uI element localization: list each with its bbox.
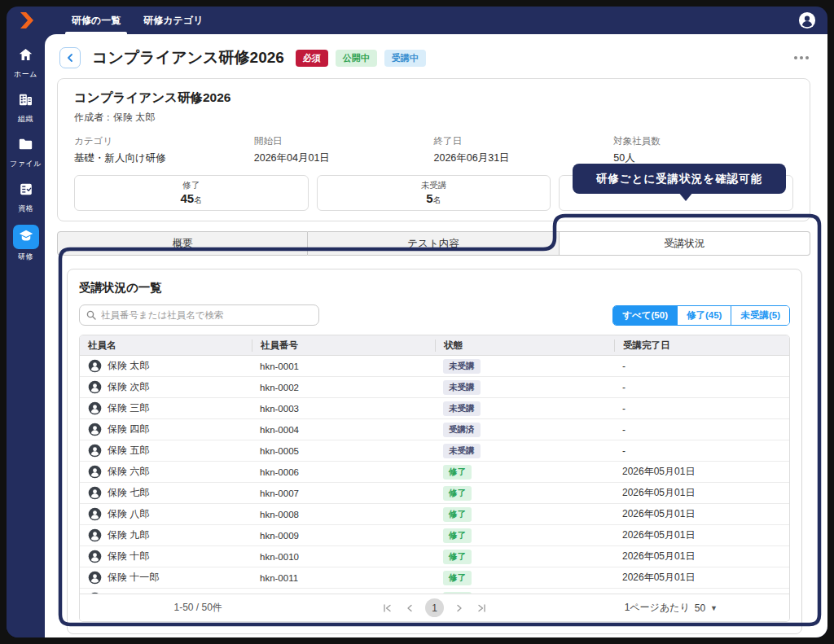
table-row[interactable]: 保険 四郎 hkn-0004 受講済 -	[80, 419, 789, 440]
completion-date: 2026年05月01日	[622, 507, 695, 521]
status-badge: 未受講	[443, 401, 481, 416]
table-header: 社員名 社員番号 状態 受講完了日	[80, 335, 789, 356]
employee-name: 保険 五郎	[108, 444, 149, 458]
filter-button[interactable]: 未受講(5)	[731, 306, 789, 325]
employee-avatar-icon	[88, 550, 102, 563]
published-badge: 公開中	[336, 50, 377, 67]
employee-avatar-icon	[88, 401, 102, 415]
completion-date: -	[622, 424, 626, 436]
employee-avatar-icon	[88, 507, 102, 521]
employee-avatar-icon	[88, 486, 102, 500]
topbar-tab[interactable]: 研修カテゴリ	[132, 7, 214, 34]
files-icon	[19, 138, 33, 153]
employee-name: 保険 八郎	[108, 507, 149, 521]
filter-button[interactable]: 修了(45)	[677, 306, 731, 325]
section-tab[interactable]: テスト内容	[308, 231, 559, 256]
table-row[interactable]: 保険 太郎 hkn-0001 未受講 -	[80, 356, 789, 377]
attendance-table: 社員名 社員番号 状態 受講完了日 保険 太郎 hkn-0001 未受講 - 保…	[79, 335, 790, 622]
search-box[interactable]	[79, 304, 319, 326]
status-badge: 修了	[443, 528, 472, 543]
first-page-icon[interactable]	[380, 601, 394, 616]
table-row[interactable]: 保険 三郎 hkn-0003 未受講 -	[80, 398, 789, 419]
status-badge: 未受講	[443, 380, 481, 395]
info-field: 終了日 2026年06月31日	[434, 135, 614, 165]
current-page[interactable]: 1	[425, 598, 444, 617]
stat-box: 修了 45名	[74, 175, 309, 211]
table-row[interactable]: 保険 五郎 hkn-0005 未受講 -	[80, 440, 789, 462]
status-badge: 修了	[443, 507, 472, 522]
table-body: 保険 太郎 hkn-0001 未受講 - 保険 次郎 hkn-0002 未受講 …	[80, 356, 789, 594]
home-icon	[19, 48, 33, 64]
employee-avatar-icon	[88, 528, 102, 542]
sidebar-item-organization[interactable]: 組織	[7, 90, 45, 125]
topbar-tab[interactable]: 研修の一覧	[60, 7, 132, 34]
section-tab[interactable]: 概要	[57, 231, 308, 256]
status-badge: 未受講	[443, 359, 481, 374]
sidebar-item-home[interactable]: ホーム	[7, 46, 45, 80]
employee-id: hkn-0009	[260, 531, 299, 541]
employee-name: 保険 九郎	[108, 528, 149, 542]
employee-avatar-icon	[88, 359, 102, 373]
completion-date: -	[622, 445, 626, 457]
table-row[interactable]: 保険 十郎 hkn-0010 修了 2026年05月01日	[80, 546, 789, 567]
table-row[interactable]: 保険 次郎 hkn-0002 未受講 -	[80, 377, 789, 398]
sidebar-item-training[interactable]: 研修	[7, 225, 45, 262]
employee-avatar-icon	[88, 380, 102, 394]
organization-icon	[19, 94, 33, 109]
user-avatar-icon[interactable]	[798, 11, 816, 29]
header-status: 状態	[435, 340, 614, 352]
attendance-panel: 受講状況の一覧 すべて(50)修了(45)未受講(5) 社員名 社員番号	[67, 269, 802, 634]
page-title: コンプライアンス研修2026	[92, 47, 284, 68]
sidebar-item-qualification[interactable]: 資格	[7, 180, 45, 214]
table-row[interactable]: 保険 七郎 hkn-0007 修了 2026年05月01日	[80, 483, 789, 504]
status-badge: 修了	[443, 571, 472, 585]
employee-name: 保険 四郎	[108, 423, 149, 436]
annotation-tooltip-text: 研修ごとに受講状況を確認可能	[596, 172, 762, 186]
header-employee-name: 社員名	[80, 340, 252, 352]
employee-id: hkn-0006	[260, 467, 299, 477]
status-badge: 受講済	[443, 423, 481, 437]
inprogress-badge: 受講中	[384, 50, 426, 67]
completion-date: -	[622, 403, 626, 414]
screen: 研修の一覧研修カテゴリ ホーム 組織 ファイル 資格 研修	[0, 0, 834, 644]
more-menu-icon[interactable]	[792, 51, 810, 64]
search-input[interactable]	[101, 310, 312, 320]
table-row[interactable]: 保険 八郎 hkn-0008 修了 2026年05月01日	[80, 504, 789, 525]
status-badge: 修了	[443, 486, 472, 501]
employee-id: hkn-0008	[260, 510, 299, 519]
training-info-card: コンプライアンス研修2026 作成者：保険 太郎 カテゴリ 基礎・新人向け研修 …	[57, 78, 810, 221]
employee-name: 保険 三郎	[108, 401, 149, 415]
table-row[interactable]: 保険 九郎 hkn-0009 修了 2026年05月01日	[80, 525, 789, 546]
page-header: コンプライアンス研修2026 必須 公開中 受講中	[57, 44, 810, 72]
last-page-icon[interactable]	[475, 601, 489, 616]
section-tab[interactable]: 受講状況	[560, 231, 810, 256]
filter-button[interactable]: すべて(50)	[613, 306, 677, 325]
table-row[interactable]: 保険 十一郎 hkn-0011 修了 2026年05月01日	[80, 567, 789, 589]
next-page-icon[interactable]	[452, 601, 467, 616]
completion-date: 2026年05月01日	[622, 486, 695, 500]
status-badge: 未受講	[443, 444, 481, 458]
back-button[interactable]	[59, 47, 81, 68]
completion-date: -	[622, 382, 626, 393]
sidebar-item-files[interactable]: ファイル	[7, 135, 45, 169]
employee-avatar-icon	[88, 571, 102, 585]
employee-id: hkn-0010	[260, 552, 299, 562]
chevron-down-icon: ▼	[710, 604, 718, 612]
completion-date: 2026年05月01日	[622, 550, 695, 563]
topbar: 研修の一覧研修カテゴリ	[7, 7, 827, 34]
employee-avatar-icon	[88, 423, 102, 436]
employee-id: hkn-0007	[260, 488, 299, 498]
employee-id: hkn-0004	[260, 425, 299, 435]
per-page-control[interactable]: 1ページあたり 50 ▼	[553, 601, 789, 615]
per-page-value: 50	[695, 602, 705, 614]
employee-name: 保険 六郎	[108, 465, 149, 479]
prev-page-icon[interactable]	[402, 601, 417, 616]
stat-box: 未受講 5名	[317, 175, 551, 211]
table-row[interactable]: 保険 六郎 hkn-0006 修了 2026年05月01日	[80, 462, 789, 483]
result-range: 1-50 / 50件	[80, 601, 316, 615]
employee-avatar-icon	[88, 465, 102, 479]
brand-logo-icon[interactable]	[16, 11, 37, 29]
status-badge: 修了	[443, 465, 472, 480]
completion-date: 2026年05月01日	[622, 571, 695, 585]
sidebar: ホーム 組織 ファイル 資格 研修	[7, 34, 45, 637]
